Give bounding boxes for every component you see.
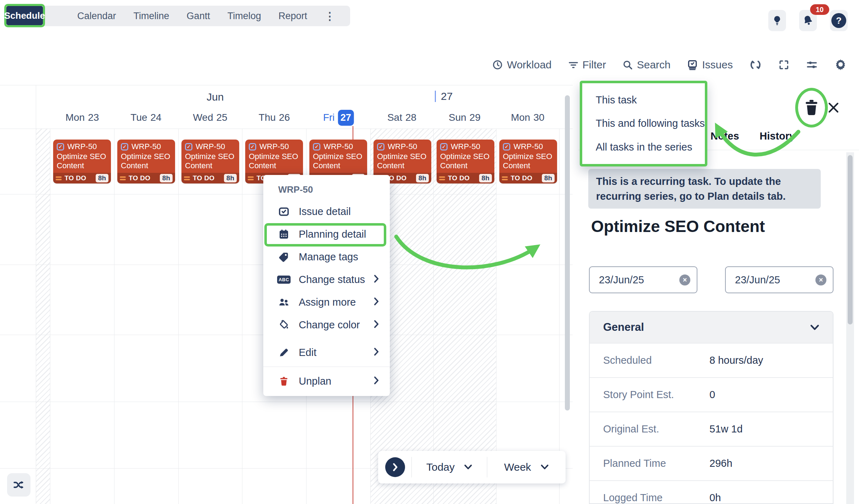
day-header-sat28: Sat28 — [387, 107, 416, 129]
nonworking-strip — [36, 129, 50, 504]
task-status: TO DO — [193, 174, 214, 182]
option-all-tasks-series[interactable]: All tasks in the series — [582, 141, 705, 153]
chevron-right-icon — [374, 274, 379, 284]
workload-label: Workload — [507, 59, 551, 71]
option-this-and-following[interactable]: This and following tasks — [582, 118, 705, 129]
calendar-scrollbar[interactable] — [565, 95, 570, 410]
search-button[interactable]: Search — [622, 59, 670, 71]
menu-item-planning-detail[interactable]: Planning detail — [263, 223, 390, 245]
task-card[interactable]: ✓WRP-50Optimize SEO ContentTO DO8h — [437, 140, 494, 183]
issue-detail-icon — [277, 206, 290, 217]
chevron-right-icon — [374, 347, 379, 357]
nav-overflow-icon[interactable]: ⋮ — [325, 10, 336, 22]
today-button[interactable]: Today — [412, 461, 487, 473]
row-label: Original Est. — [603, 423, 709, 435]
menu-item-assign-more[interactable]: Assign more — [263, 291, 390, 313]
task-card[interactable]: ✓WRP-50Optimize SEO ContentTO DO8h — [181, 140, 239, 183]
help-button[interactable]: ? — [830, 10, 848, 31]
option-this-task[interactable]: This task — [582, 94, 705, 106]
task-hours-badge: 8h — [416, 174, 429, 182]
issues-label: Issues — [702, 59, 733, 71]
next-period-button[interactable] — [385, 457, 405, 477]
issues-button[interactable]: Issues — [687, 59, 733, 71]
navigation-controls: Today Week — [378, 451, 566, 483]
task-card-footer: TO DO8h — [499, 173, 557, 183]
general-section-header[interactable]: General — [590, 312, 833, 343]
tab-notes[interactable]: Notes — [711, 130, 739, 142]
sliders-icon — [806, 59, 818, 71]
delete-task-icon[interactable] — [803, 98, 820, 117]
menu-item-issue-detail[interactable]: Issue detail — [263, 200, 390, 223]
menu-item-manage-tags[interactable]: Manage tags — [263, 245, 390, 268]
clear-start-date-icon[interactable]: × — [679, 274, 690, 285]
paint-bucket-icon — [277, 319, 290, 330]
end-date-field[interactable]: 23/Jun/25 × — [725, 266, 833, 293]
task-title: Optimize SEO Content — [185, 152, 236, 171]
task-card[interactable]: ✓WRP-50Optimize SEO ContentTO DO8h — [117, 140, 175, 183]
priority-icon — [184, 176, 190, 180]
day-header-thu26: Thu26 — [259, 107, 290, 129]
task-title: Optimize SEO Content — [57, 152, 107, 171]
chevron-down-icon — [464, 464, 472, 470]
close-icon — [826, 101, 841, 115]
menu-item-unplan[interactable]: Unplan — [263, 370, 390, 392]
menu-item-label: Manage tags — [299, 251, 358, 263]
nav-item-calendar[interactable]: Calendar — [77, 11, 116, 22]
zoom-range-selector[interactable]: Week — [487, 461, 566, 473]
tab-history[interactable]: History — [760, 130, 795, 142]
filter-button[interactable]: Filter — [568, 59, 606, 71]
day-header-mon30: Mon30 — [511, 107, 545, 129]
today-label: Today — [426, 461, 455, 473]
task-card[interactable]: ✓WRP-50Optimize SEO ContentTO DO8h — [499, 140, 557, 183]
day-header-row: Mon23 Tue24 Wed25 Thu26 Fri27 Sat28 Sun2… — [0, 107, 573, 129]
task-detail-title: Optimize SEO Content — [591, 217, 765, 236]
task-context-menu: WRP-50 Issue detail Planning detail Mana… — [263, 175, 390, 396]
task-card[interactable]: ✓WRP-50Optimize SEO ContentTO DO8h — [53, 140, 111, 183]
chevron-right-icon — [374, 320, 379, 330]
auto-plan-button[interactable] — [7, 473, 30, 497]
date-range-row: 23/Jun/25 × → 23/Jun/25 × — [589, 266, 833, 293]
start-date-field[interactable]: 23/Jun/25 × — [589, 266, 697, 293]
nav-item-timeline[interactable]: Timeline — [134, 11, 169, 22]
task-hours-badge: 8h — [96, 174, 108, 182]
abc-status-icon: ABC — [277, 276, 290, 284]
task-key: WRP-50 — [131, 142, 161, 151]
nav-item-gantt[interactable]: Gantt — [187, 11, 210, 22]
row-value: 8 hours/day — [709, 355, 763, 366]
nav-item-schedule-active[interactable]: Schedule — [6, 6, 43, 25]
nav-item-report[interactable]: Report — [279, 11, 307, 22]
close-panel-button[interactable] — [826, 101, 841, 116]
task-status: TO DO — [448, 174, 470, 182]
task-status: TO DO — [64, 174, 86, 182]
chevron-down-icon — [540, 464, 549, 470]
menu-item-label: Change color — [299, 319, 360, 331]
clear-end-date-icon[interactable]: × — [815, 274, 826, 285]
row-value: 0h — [709, 492, 721, 504]
grid-line — [178, 129, 179, 504]
fullscreen-button[interactable] — [778, 59, 790, 70]
task-type-icon: ✓ — [121, 143, 128, 151]
detail-row-logged-time: Logged Time0h — [590, 480, 833, 504]
context-menu-header: WRP-50 — [263, 175, 390, 200]
grid-line — [50, 129, 50, 504]
task-hours-badge: 8h — [542, 174, 555, 182]
board-settings-button[interactable] — [806, 59, 818, 71]
hint-button[interactable] — [768, 10, 786, 31]
task-key: WRP-50 — [451, 142, 480, 151]
start-date-value: 23/Jun/25 — [599, 274, 644, 286]
week-tick — [435, 91, 436, 102]
menu-item-label: Assign more — [299, 296, 356, 308]
menu-item-change-status[interactable]: ABC Change status — [263, 268, 390, 291]
task-type-icon: ✓ — [377, 143, 384, 151]
sync-button[interactable] — [749, 58, 762, 71]
settings-button[interactable] — [834, 58, 847, 71]
task-key: WRP-50 — [196, 142, 225, 151]
panel-scrollbar-thumb[interactable] — [848, 155, 853, 324]
gear-icon — [834, 58, 847, 71]
nav-item-timelog[interactable]: Timelog — [228, 11, 261, 22]
workload-button[interactable]: Workload — [492, 59, 551, 71]
today-badge: 27 — [338, 110, 354, 126]
menu-item-edit[interactable]: Edit — [263, 341, 390, 364]
menu-item-change-color[interactable]: Change color — [263, 313, 390, 336]
chevron-right-icon — [374, 376, 379, 386]
